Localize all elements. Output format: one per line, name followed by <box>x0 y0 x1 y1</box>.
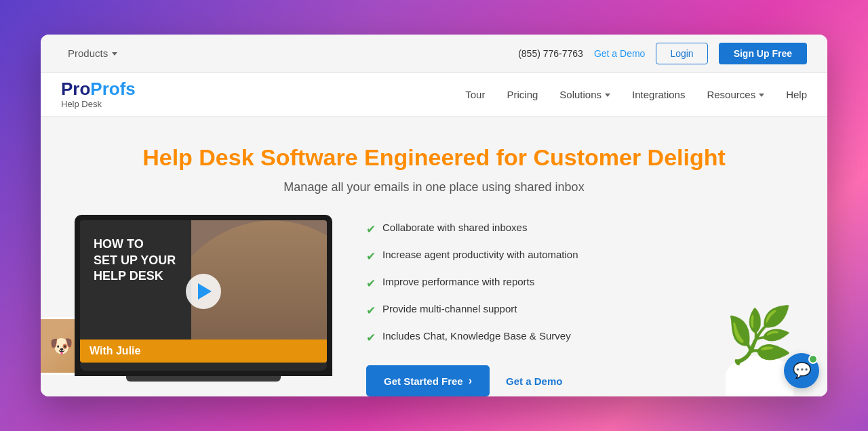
check-icon: ✔ <box>366 222 376 237</box>
host-label: With Julie <box>80 340 327 363</box>
nav-solutions[interactable]: Solutions <box>559 89 610 100</box>
logo-profs: Profs <box>90 79 135 99</box>
hero-content: 🐶 HOW TO SET UP YOUR HELP DESK <box>75 215 793 396</box>
feature-item: ✔Includes Chat, Knowledge Base & Survey <box>366 330 692 345</box>
check-icon: ✔ <box>366 276 376 291</box>
feature-item: ✔Increase agent productivity with automa… <box>366 249 692 264</box>
chevron-down-icon <box>605 94 610 97</box>
get-demo-topbar-link[interactable]: Get a Demo <box>594 48 645 59</box>
logo-text: ProProfs <box>61 80 136 98</box>
top-bar-left: Products <box>61 43 124 63</box>
nav-bar: ProProfs Help Desk Tour Pricing Solution… <box>41 73 827 117</box>
feature-item: ✔Provide multi-channel support <box>366 303 692 318</box>
products-label: Products <box>68 47 108 59</box>
nav-help[interactable]: Help <box>786 89 807 100</box>
video-thumbnail[interactable]: HOW TO SET UP YOUR HELP DESK With Julie <box>80 220 327 363</box>
nav-resources[interactable]: Resources <box>707 89 764 100</box>
check-icon: ✔ <box>366 304 376 318</box>
chevron-down-icon <box>759 94 764 97</box>
nav-tour[interactable]: Tour <box>465 89 485 100</box>
laptop-base <box>80 363 327 371</box>
feature-item: ✔Collaborate with shared inboxes <box>366 222 692 237</box>
get-demo-cta-link[interactable]: Get a Demo <box>506 375 562 387</box>
nav-pricing[interactable]: Pricing <box>507 89 538 100</box>
feature-list: ✔Collaborate with shared inboxes✔Increas… <box>366 222 692 345</box>
chat-icon: 💬 <box>793 362 811 379</box>
get-started-button[interactable]: Get Started Free › <box>366 365 490 396</box>
video-text: HOW TO SET UP YOUR HELP DESK <box>94 237 176 284</box>
laptop-stand <box>126 376 281 382</box>
features-section: ✔Collaborate with shared inboxes✔Increas… <box>366 215 692 396</box>
laptop-frame: HOW TO SET UP YOUR HELP DESK With Julie <box>75 215 332 376</box>
play-button[interactable] <box>186 274 221 309</box>
feature-item: ✔Improve performance with reports <box>366 276 692 291</box>
arrow-icon: › <box>469 375 472 387</box>
hero-subtitle: Manage all your emails in one place usin… <box>75 180 793 194</box>
online-indicator <box>808 354 818 364</box>
signup-button[interactable]: Sign Up Free <box>719 43 807 64</box>
chat-widget[interactable]: 💬 <box>784 353 819 388</box>
logo-pro: Pro <box>61 79 90 99</box>
cta-row: Get Started Free › Get a Demo <box>366 365 692 396</box>
play-icon <box>198 283 212 300</box>
top-bar-right: (855) 776-7763 Get a Demo Login Sign Up … <box>518 43 807 64</box>
plant-decoration: 🌿 <box>726 308 793 396</box>
nav-links: Tour Pricing Solutions Integrations Reso… <box>465 89 807 100</box>
logo-subtitle: Help Desk <box>61 99 102 109</box>
video-section: 🐶 HOW TO SET UP YOUR HELP DESK <box>75 215 332 382</box>
check-icon: ✔ <box>366 249 376 264</box>
products-button[interactable]: Products <box>61 43 124 63</box>
hero-title: Help Desk Software Engineered for Custom… <box>75 144 793 171</box>
plant-icon: 🌿 <box>726 308 793 363</box>
hero-section: Help Desk Software Engineered for Custom… <box>41 117 827 397</box>
nav-integrations[interactable]: Integrations <box>632 89 685 100</box>
top-bar: Products (855) 776-7763 Get a Demo Login… <box>41 35 827 73</box>
login-button[interactable]: Login <box>656 43 707 64</box>
chevron-down-icon <box>112 52 117 56</box>
phone-number: (855) 776-7763 <box>518 48 583 59</box>
logo: ProProfs Help Desk <box>61 80 136 109</box>
check-icon: ✔ <box>366 331 376 345</box>
